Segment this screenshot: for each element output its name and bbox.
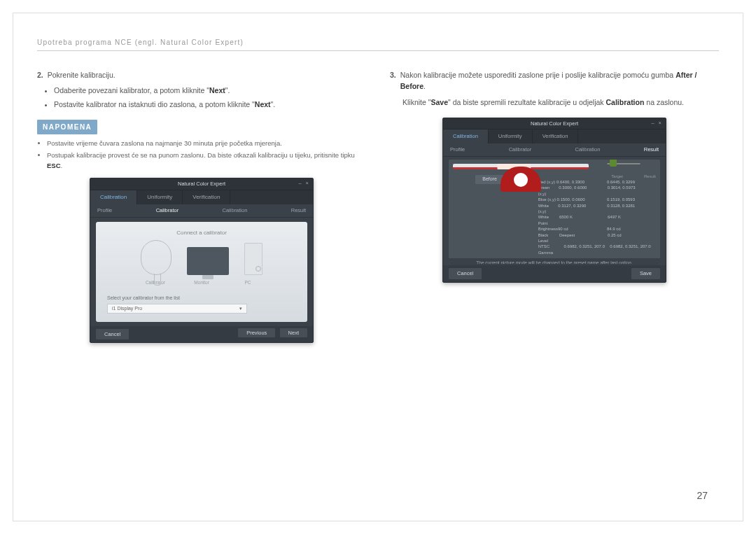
- section-header: Upotreba programa NCE (engl. Natural Col…: [37, 38, 719, 51]
- subtab-calibrator[interactable]: Calibrator: [509, 146, 532, 154]
- col-header: Target: [611, 174, 623, 179]
- page-number: 27: [696, 490, 708, 501]
- save-button[interactable]: Save: [631, 268, 660, 279]
- connect-label: Connect a calibrator: [176, 229, 227, 237]
- app-screenshot-calibrator: Natural Color Expert – × Calibration Uni…: [90, 178, 314, 343]
- next-button[interactable]: Next: [280, 328, 307, 337]
- minimize-icon[interactable]: –: [298, 179, 301, 188]
- subtab-profile[interactable]: Profile: [97, 206, 112, 215]
- column-left: 2. Pokrenite kalibraciju. Odaberite pove…: [37, 69, 366, 343]
- result-table: TargetResult Red (x,y)0.6400, 0.33000.64…: [538, 174, 656, 255]
- preview-main-image: [453, 164, 589, 169]
- note-item: Postavite vrijeme čuvara zaslona na najm…: [47, 139, 366, 149]
- step-text: Pokrenite kalibraciju.: [48, 69, 115, 80]
- bold-text: Save: [431, 98, 449, 106]
- before-button[interactable]: Before: [475, 175, 504, 184]
- tab-uniformity[interactable]: Uniformity: [489, 129, 533, 143]
- select-label: Select your calibrator from the list: [107, 295, 180, 302]
- chevron-down-icon: ▾: [239, 305, 242, 312]
- cancel-button[interactable]: Cancel: [449, 268, 482, 279]
- minimize-icon[interactable]: –: [651, 119, 654, 127]
- tab-calibration[interactable]: Calibration: [90, 190, 137, 204]
- bold-text: Next: [209, 86, 225, 94]
- step-number: 2.: [37, 69, 43, 80]
- text: .: [61, 162, 63, 169]
- text: Postupak kalibracije provest će se na pu…: [47, 151, 355, 159]
- text: .: [424, 82, 426, 90]
- cancel-button[interactable]: Cancel: [96, 329, 129, 340]
- subtab-profile[interactable]: Profile: [450, 146, 465, 154]
- text: ".: [271, 100, 276, 108]
- subtab-calibration[interactable]: Calibration: [575, 146, 601, 154]
- text: Kliknite ": [402, 98, 431, 106]
- text: na zaslonu.: [644, 98, 684, 106]
- window-title: Natural Color Expert: [531, 120, 578, 127]
- step-text: Nakon kalibracije možete usporediti zasl…: [400, 69, 719, 92]
- tab-calibration[interactable]: Calibration: [443, 129, 489, 143]
- text: Nakon kalibracije možete usporediti zasl…: [400, 71, 676, 79]
- info-strip: The current picture mode will be changed…: [449, 258, 660, 264]
- col-header: Result: [644, 174, 656, 179]
- text: " da biste spremili rezultate kalibracij…: [448, 98, 606, 106]
- bullet-item: Odaberite povezani kalibrator, a potom k…: [54, 85, 366, 96]
- subtab-calibrator[interactable]: Calibrator: [156, 206, 179, 215]
- calibrator-icon: [141, 240, 172, 275]
- step-subtext: Kliknite "Save" da biste spremili rezult…: [390, 97, 719, 108]
- bold-text: ESC: [47, 162, 61, 169]
- text: ".: [225, 86, 230, 94]
- tab-verification[interactable]: Verification: [533, 129, 579, 143]
- bullet-item: Postavite kalibrator na istaknuti dio za…: [54, 99, 366, 110]
- bold-text: Next: [255, 100, 271, 108]
- subtab-calibration[interactable]: Calibration: [223, 206, 248, 215]
- tab-verification[interactable]: Verification: [183, 190, 230, 204]
- close-icon[interactable]: ×: [306, 179, 309, 188]
- device-label: PC: [231, 279, 265, 286]
- note-item: Postupak kalibracije provest će se na pu…: [47, 150, 366, 171]
- window-title: Natural Color Expert: [178, 181, 225, 187]
- step-number: 3.: [390, 69, 396, 92]
- subtab-result[interactable]: Result: [644, 146, 659, 154]
- column-right: 3. Nakon kalibracije možete usporediti z…: [390, 69, 719, 343]
- pc-icon: [244, 243, 262, 275]
- tab-uniformity[interactable]: Uniformity: [137, 190, 183, 204]
- close-icon[interactable]: ×: [659, 119, 662, 127]
- text: Postavite kalibrator na istaknuti dio za…: [54, 100, 255, 108]
- previous-button[interactable]: Previous: [238, 328, 275, 337]
- subtab-result[interactable]: Result: [291, 206, 306, 215]
- dropdown-value: i1 Display Pro: [112, 305, 142, 312]
- note-tag: NAPOMENA: [37, 120, 97, 135]
- device-label: Monitor: [185, 279, 218, 286]
- bold-text: Calibration: [606, 98, 645, 106]
- calibrator-dropdown[interactable]: i1 Display Pro ▾: [107, 304, 247, 314]
- monitor-icon: [187, 247, 229, 275]
- text: Odaberite povezani kalibrator, a potom k…: [54, 86, 209, 94]
- spacer: [453, 174, 468, 195]
- app-screenshot-result: Natural Color Expert – × Calibration Uni…: [442, 118, 666, 283]
